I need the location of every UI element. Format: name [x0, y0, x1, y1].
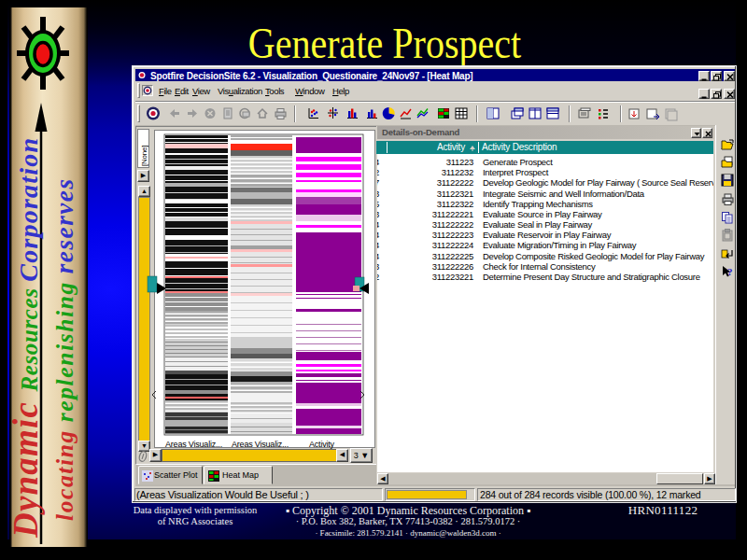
svg-text:?: ? — [727, 266, 733, 277]
